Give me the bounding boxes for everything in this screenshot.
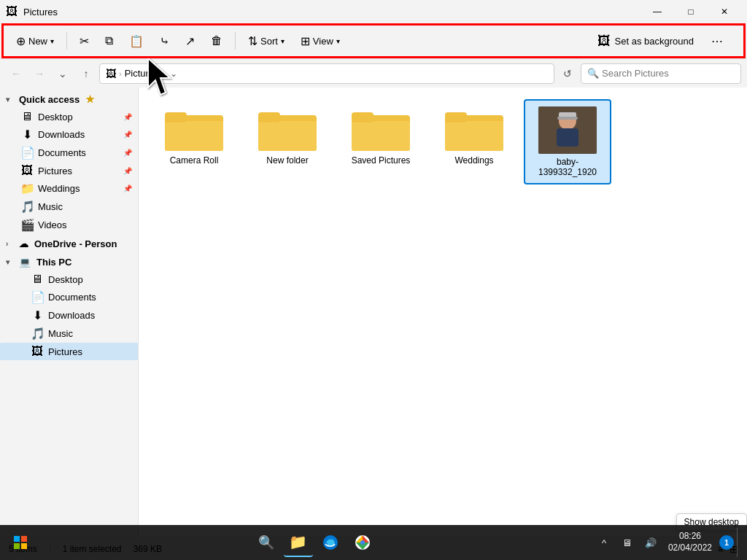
share-button[interactable]: ↗ <box>179 28 201 54</box>
view-button[interactable]: ⊞ View ▾ <box>294 28 347 54</box>
start-button[interactable] <box>6 528 35 557</box>
move-button[interactable]: ⤷ <box>153 28 176 54</box>
more-options-button[interactable]: ⋯ <box>705 29 729 52</box>
separator-1 <box>66 32 67 50</box>
sidebar-pictures-qa-label: Pictures <box>38 166 72 176</box>
thispc-downloads-icon: ⬇ <box>31 308 44 322</box>
recent-button[interactable]: ⌄ <box>53 63 73 84</box>
sidebar-weddings-qa-label: Weddings <box>38 183 80 194</box>
file-baby-label: baby-1399332_1920 <box>531 157 604 177</box>
thispc-downloads[interactable]: ⬇ Downloads <box>0 306 138 324</box>
cut-button[interactable]: ✂ <box>73 28 96 54</box>
pictures-qa-icon: 🖼 <box>20 164 34 177</box>
search-box[interactable]: 🔍 <box>581 63 741 84</box>
onedrive-header[interactable]: › ☁ OneDrive - Person <box>0 236 138 252</box>
search-icon: 🔍 <box>587 68 599 79</box>
videos-qa-icon: 🎬 <box>20 218 34 232</box>
sidebar-documents-label: Documents <box>38 147 86 158</box>
path-segment-pictures: Pictures <box>125 68 159 79</box>
tray-chevron[interactable]: ^ <box>594 528 614 557</box>
svg-rect-8 <box>352 112 374 122</box>
sidebar-videos-qa-label: Videos <box>38 219 67 230</box>
taskbar-right: ^ 🖥 🔊 08:26 02/04/2022 1 <box>594 528 741 557</box>
svg-rect-18 <box>21 536 27 542</box>
share-icon: ↗ <box>185 34 195 48</box>
folder-camera-roll[interactable]: Camera Roll <box>150 99 238 184</box>
notification-badge[interactable]: 1 <box>719 535 734 550</box>
star-icon: ★ <box>85 93 95 105</box>
sidebar-item-videos-qa[interactable]: 🎬 Videos <box>0 216 138 234</box>
folder-weddings[interactable]: Weddings <box>430 99 518 184</box>
forward-button[interactable]: → <box>29 63 50 84</box>
new-button[interactable]: ⊕ New ▾ <box>9 28 61 54</box>
sidebar-desktop-label: Desktop <box>38 112 73 122</box>
svg-rect-14 <box>557 128 578 147</box>
delete-icon: 🗑 <box>211 34 222 47</box>
sidebar-item-documents[interactable]: 📄 Documents 📌 <box>0 144 138 162</box>
address-dropdown-button[interactable]: ⌄ <box>167 69 180 79</box>
new-dropdown-arrow: ▾ <box>50 37 54 45</box>
taskbar-edge[interactable] <box>316 528 345 557</box>
svg-rect-7 <box>352 121 410 151</box>
thispc-label: This PC <box>36 257 71 268</box>
paste-button[interactable]: 📋 <box>123 28 150 54</box>
up-button[interactable]: ↑ <box>76 63 96 84</box>
folder-new[interactable]: New folder <box>244 99 331 184</box>
clock[interactable]: 08:26 02/04/2022 <box>664 531 716 553</box>
folder-icon-saved-pictures <box>352 105 410 152</box>
move-icon: ⤷ <box>160 34 169 48</box>
sidebar-item-pictures-qa[interactable]: 🖼 Pictures 📌 <box>0 162 138 179</box>
set-bg-icon: 🖼 <box>597 34 611 49</box>
tray-volume[interactable]: 🔊 <box>640 528 661 557</box>
search-input[interactable] <box>602 68 735 79</box>
sidebar-item-desktop[interactable]: 🖥 Desktop 📌 <box>0 108 138 125</box>
svg-rect-20 <box>21 543 27 549</box>
copy-button[interactable]: ⧉ <box>98 28 120 54</box>
folder-saved-pictures[interactable]: Saved Pictures <box>337 99 425 184</box>
thispc-documents[interactable]: 📄 Documents <box>0 288 138 306</box>
address-path[interactable]: 🖼 › Pictures › ⌄ <box>99 63 554 84</box>
svg-rect-2 <box>165 112 187 122</box>
delete-button[interactable]: 🗑 <box>204 28 229 54</box>
thispc-desktop[interactable]: 🖥 Desktop <box>0 271 138 288</box>
cut-icon: ✂ <box>80 34 89 48</box>
show-desktop-strip[interactable] <box>737 528 741 557</box>
thispc-header[interactable]: ▾ 💻 This PC <box>0 254 138 271</box>
sidebar-item-downloads[interactable]: ⬇ Downloads 📌 <box>0 125 138 144</box>
minimize-button[interactable]: — <box>640 0 674 23</box>
svg-rect-4 <box>258 121 317 151</box>
main-layout: ▾ Quick access ★ 🖥 Desktop 📌 ⬇ Downloads… <box>0 88 747 537</box>
back-button[interactable]: ← <box>6 63 26 84</box>
svg-rect-19 <box>14 543 20 549</box>
onedrive-section: › ☁ OneDrive - Person <box>0 236 138 252</box>
view-dropdown-arrow: ▾ <box>336 37 340 45</box>
pin-icon: 📌 <box>123 113 132 121</box>
close-button[interactable]: ✕ <box>708 0 741 23</box>
folder-saved-pictures-label: Saved Pictures <box>352 155 411 166</box>
taskbar-chrome[interactable] <box>348 528 377 557</box>
file-baby-image[interactable]: baby-1399332_1920 <box>524 99 611 184</box>
sidebar-item-weddings-qa[interactable]: 📁 Weddings 📌 <box>0 179 138 198</box>
tray-network[interactable]: 🖥 <box>617 528 638 557</box>
thispc-downloads-label: Downloads <box>48 310 95 321</box>
thispc-documents-icon: 📄 <box>31 290 44 304</box>
svg-rect-16 <box>557 117 578 120</box>
path-sep-2: › <box>162 69 165 78</box>
taskbar-center: 🔍 📁 <box>38 528 591 557</box>
thispc-pictures[interactable]: 🖼 Pictures <box>0 343 138 360</box>
sidebar-downloads-label: Downloads <box>38 129 85 140</box>
taskbar-explorer[interactable]: 📁 <box>284 528 313 557</box>
taskbar-search[interactable]: 🔍 <box>252 528 281 557</box>
quick-access-header[interactable]: ▾ Quick access ★ <box>0 90 138 108</box>
sort-button[interactable]: ⇅ Sort ▾ <box>241 28 291 54</box>
title-bar-controls: — □ ✕ <box>640 0 741 23</box>
set-as-background-button[interactable]: 🖼 Set as background <box>592 31 700 52</box>
thispc-documents-label: Documents <box>48 292 96 303</box>
thispc-music[interactable]: 🎵 Music <box>0 324 138 343</box>
sidebar-item-music-qa[interactable]: 🎵 Music <box>0 198 138 216</box>
clock-time: 08:26 <box>668 531 712 542</box>
maximize-button[interactable]: □ <box>674 0 708 23</box>
content-area: Camera Roll New folder Saved <box>139 88 747 537</box>
refresh-button[interactable]: ↺ <box>557 63 578 84</box>
sort-dropdown-arrow: ▾ <box>281 37 285 45</box>
